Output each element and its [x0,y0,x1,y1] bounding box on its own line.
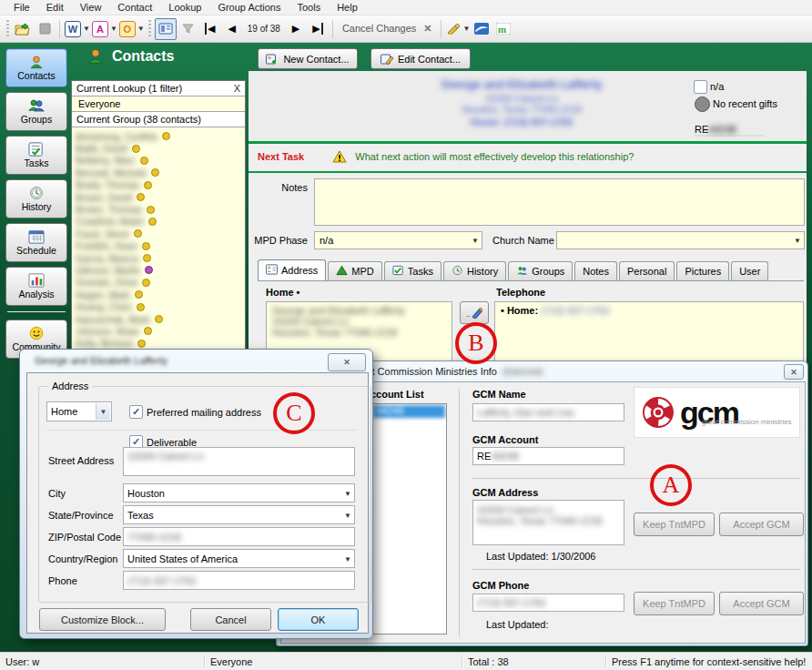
edit-contact-button[interactable]: Edit Contact... [370,48,471,69]
sidebar-item-tasks[interactable]: Tasks [5,136,67,175]
sidebar-item-groups[interactable]: Groups [5,92,67,131]
export-word-button[interactable]: W▼ [65,19,90,39]
zip-input[interactable]: 77040-1218 [123,527,355,546]
menu-help[interactable]: Help [329,1,366,14]
contact-list-item[interactable]: Armstrong, Cynthia [72,130,245,142]
menu-edit[interactable]: Edit [38,1,72,14]
web-tool-button[interactable] [472,19,492,39]
first-contact-button[interactable]: ◀ [200,19,220,39]
sidebar-item-history[interactable]: History [5,179,67,218]
preferred-mailing-checkbox[interactable]: ✓ [129,405,143,419]
customize-block-button[interactable]: Customize Block... [39,608,166,631]
next-contact-button[interactable]: ▶ [286,19,306,39]
ministry-tool-button[interactable]: m [493,19,513,39]
previous-contact-button[interactable]: ◀ [222,19,242,39]
dialog-phone-input[interactable]: (713) 937-1763 [123,571,355,590]
edit-address-button[interactable]: .. [460,301,489,324]
menu-bar: FileEditViewContactLookupGroup ActionsTo… [0,0,812,15]
save-button[interactable] [35,19,55,39]
church-name-select[interactable]: ▼ [556,231,805,249]
gcm-address-box[interactable]: 10334 Calvert Ln Houston, Texas 77040-12… [472,500,624,545]
filter-button[interactable] [178,19,198,39]
accept-gcm-phone-button[interactable]: Accept GCM [719,592,804,615]
menu-tools[interactable]: Tools [289,1,329,14]
new-contact-button[interactable]: New Contact... [258,48,358,69]
city-select[interactable]: Houston▼ [123,483,355,502]
gcm-phone-label: GCM Phone [472,580,529,591]
contact-list-item[interactable]: Faust, Steve [72,228,245,239]
export-labels-button[interactable]: A▼ [92,19,117,39]
key-tool-button[interactable]: ▼ [446,19,470,39]
tab-personal[interactable]: Personal [619,261,675,280]
na-checkbox[interactable] [694,80,707,94]
clear-filter-button[interactable]: X [234,83,240,94]
sidebar-item-contacts[interactable]: Contacts [5,48,67,87]
tab-history[interactable]: History [443,261,506,280]
tab-user[interactable]: User [731,261,768,280]
menu-file[interactable]: File [5,1,38,14]
street-address-input[interactable]: 10334 Calvert Ln [123,447,355,476]
mpd-phase-select[interactable]: n/a▼ [314,231,482,249]
close-icon[interactable]: ✕ [423,23,431,34]
export-outlook-button[interactable]: O▼ [119,19,145,39]
cancel-changes-tab[interactable]: Cancel Changes✕ [337,23,438,35]
contact-list-item[interactable]: Hanuschak, Mark [72,313,245,325]
sidebar-item-schedule[interactable]: Schedule [5,223,67,262]
lookup-value[interactable]: Everyone [72,96,245,112]
yellow-dot-icon [140,157,148,165]
contact-list-item[interactable]: Brown, David [72,191,245,203]
phone-row-label: • Home: [501,305,538,316]
contact-list-item[interactable]: Gilmore, Marlin [72,264,245,276]
tab-notes[interactable]: Notes [574,261,617,280]
contact-list-item[interactable]: Brown, Thomas [72,203,245,215]
chevron-down-icon[interactable]: ▼ [83,25,90,33]
tab-groups[interactable]: Groups [508,261,573,280]
open-folder-button[interactable] [13,19,33,39]
menu-group-actions[interactable]: Group Actions [209,1,289,14]
ok-button[interactable]: OK [278,608,359,631]
view-layout-button[interactable] [155,18,177,40]
tab-tasks[interactable]: Tasks [384,261,442,280]
tab-mpd[interactable]: MPD [328,261,381,280]
menu-view[interactable]: View [72,1,110,14]
telephone-box[interactable]: • Home: (713) 937-1763 [494,301,804,365]
contact-list-item[interactable]: Huang, Chen [72,300,245,312]
chevron-down-icon[interactable]: ▼ [137,25,145,33]
contact-list-item[interactable]: Bennett, Michele [72,167,245,178]
contact-list-item[interactable]: Babb, David [72,142,245,154]
notes-input[interactable] [314,178,805,226]
contact-list-item[interactable]: Brady, Thomas [72,179,245,191]
tab-pictures[interactable]: Pictures [676,261,729,280]
contact-list-item[interactable]: Bellamy, Marc [72,155,245,167]
keep-tntmpd-address-button[interactable]: Keep TntMPD [634,513,715,536]
contact-list-item[interactable]: Hagen, Mark [72,289,245,300]
tab-address[interactable]: Address [258,259,326,280]
contact-list-item[interactable]: Johnson, Brian [72,325,245,337]
gcm-account-input[interactable]: RE44248 [472,447,624,465]
chevron-down-icon[interactable]: ▼ [110,25,117,33]
keep-tntmpd-phone-button[interactable]: Keep TntMPD [634,592,715,615]
contact-list-item[interactable]: Franklin, Huan [72,240,245,252]
gcm-account-list-item[interactable]: 44248 [373,405,445,418]
contact-list-item[interactable]: Granato, Drew [72,277,245,289]
contact-list-item[interactable]: Crawford, Adam [72,216,245,228]
last-contact-button[interactable]: ▶ [308,19,328,39]
accept-gcm-address-button[interactable]: Accept GCM [719,513,804,536]
gcm-account-list[interactable]: 44248 [371,403,447,634]
contact-list-item[interactable]: Garcia, Bianca [72,252,245,264]
chevron-down-icon: ▼ [344,511,351,519]
menu-contact[interactable]: Contact [109,1,160,14]
dialog-close-button[interactable]: ✕ [328,353,366,371]
gcm-close-button[interactable]: ✕ [784,364,804,380]
chevron-down-icon[interactable]: ▼ [462,25,470,33]
sidebar: ContactsGroupsTasksHistoryScheduleAnalys… [4,48,69,363]
cancel-button[interactable]: Cancel [190,608,271,631]
tab-label: Personal [627,266,666,277]
country-select[interactable]: United States of America▼ [123,549,355,568]
state-select[interactable]: Texas▼ [123,505,355,524]
address-type-select[interactable]: Home▼ [46,401,112,421]
menu-lookup[interactable]: Lookup [160,1,209,14]
gcm-phone-input[interactable]: (713) 937-1763 [472,594,624,612]
gcm-name-input[interactable]: Lafferty, Dan and Lisa [472,403,624,421]
sidebar-item-analysis[interactable]: Analysis [5,267,67,306]
